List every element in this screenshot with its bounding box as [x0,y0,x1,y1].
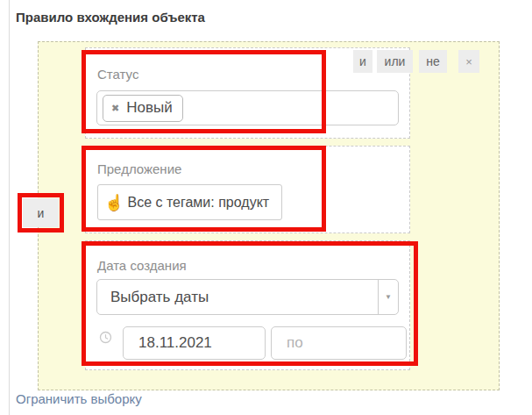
date-range-select-value: Выбрать даты [97,289,209,306]
status-tags-input[interactable]: ✖ Новый [96,90,399,125]
page-title: Правило вхождения объекта [16,10,205,25]
tag-label: Новый [126,99,172,117]
status-tag[interactable]: ✖ Новый [103,95,183,122]
clock-icon [99,331,112,347]
offer-picker-button[interactable]: ☝ Все с тегами: продукт [97,184,282,220]
operator-and-button[interactable]: и [353,50,372,73]
operator-not-button[interactable]: не [419,50,447,73]
date-range-select[interactable]: Выбрать даты ▼ [96,279,399,315]
entry-rule-screen: Правило вхождения объекта и или не × Ста… [0,0,532,415]
pointing-hand-icon: ☝ [104,195,124,211]
panel-left-divider [9,0,10,415]
offer-field-label: Предложение [97,161,181,176]
limit-selection-link[interactable]: Ограничить выборку [16,391,142,406]
operator-or-button[interactable]: или [377,50,413,73]
connector-and-button[interactable]: и [23,198,59,227]
date-to-input[interactable] [271,326,407,360]
offer-picker-label: Все с тегами: продукт [127,195,269,211]
date-field-label: Дата создания [97,258,187,273]
date-from-input[interactable] [123,326,266,360]
chevron-down-icon[interactable]: ▼ [378,280,398,314]
status-field-label: Статус [97,67,138,82]
remove-group-button[interactable]: × [458,50,479,73]
tag-remove-icon[interactable]: ✖ [111,103,119,114]
